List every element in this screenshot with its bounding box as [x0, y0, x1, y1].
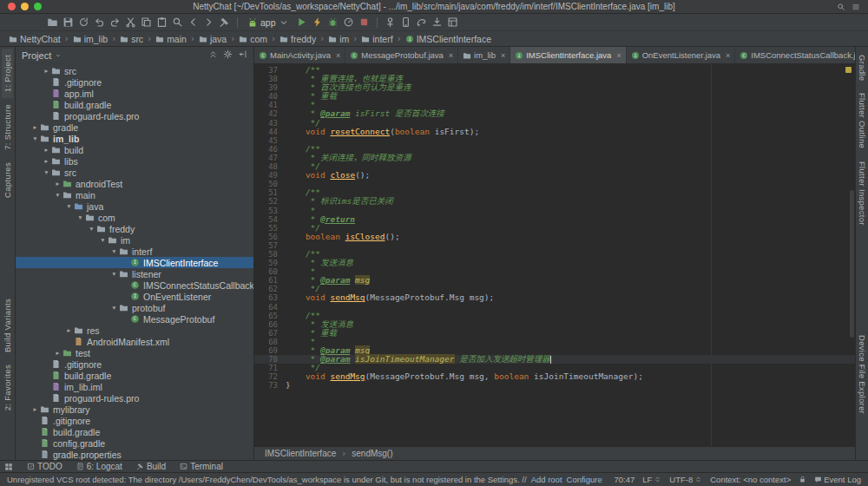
line-number[interactable]: 62 [254, 285, 286, 293]
project-view-selector[interactable]: Project [22, 50, 62, 61]
collapse-arrow-icon[interactable]: ▾ [109, 270, 119, 278]
redo-button[interactable] [108, 15, 122, 30]
tool-tab-terminal[interactable]: Terminal [173, 461, 230, 472]
gear-button[interactable] [223, 49, 233, 61]
tree-item-gradle[interactable]: ▸gradle [16, 122, 253, 133]
tree-item-config-gradle[interactable]: config.gradle [16, 437, 253, 449]
tool-tab-todo[interactable]: TODO [20, 461, 69, 472]
collapse-arrow-icon[interactable]: ▾ [53, 191, 62, 199]
line-number[interactable]: 67 [254, 329, 286, 338]
expand-arrow-icon[interactable]: ▸ [42, 157, 51, 165]
collapse-all-button[interactable] [208, 49, 218, 61]
line-number[interactable]: 69 [254, 346, 286, 355]
line-number[interactable]: 46 [254, 145, 286, 154]
line-number[interactable]: 68 [254, 338, 286, 346]
line-number[interactable]: 44 [254, 128, 286, 136]
tree-item-build[interactable]: ▸build [16, 144, 253, 155]
hide-button[interactable] [238, 49, 247, 61]
collapse-arrow-icon[interactable]: ▾ [76, 213, 85, 221]
tree-item-test[interactable]: ▸test [16, 347, 253, 358]
tree-item-androidtest[interactable]: ▸androidTest [16, 178, 253, 189]
line-number[interactable]: 48 [254, 162, 286, 171]
line-number[interactable]: 52 [254, 197, 286, 206]
editor-tab-oneventlistener-java[interactable]: IOnEventListener.java× [627, 47, 736, 63]
line-number[interactable]: 39 [254, 83, 286, 92]
tree-item-protobuf[interactable]: ▾protobuf [16, 302, 253, 313]
breadcrumb-freddy[interactable]: freddy [278, 34, 318, 44]
breadcrumb-nettychat[interactable]: NettyChat [7, 34, 62, 44]
tree-item-imsconnectstatuscallback[interactable]: CIMSConnectStatusCallback [16, 279, 253, 291]
open-button[interactable] [45, 15, 60, 30]
close-tab-icon[interactable]: × [336, 51, 340, 60]
expand-arrow-icon[interactable]: ▸ [30, 123, 40, 131]
line-number[interactable]: 45 [254, 136, 286, 145]
collapse-arrow-icon[interactable]: ▾ [109, 247, 119, 255]
line-number[interactable]: 43 [254, 119, 286, 128]
line-number[interactable]: 71 [254, 364, 286, 372]
line-number[interactable]: 37 [254, 66, 286, 75]
stop-button[interactable] [357, 15, 372, 30]
expand-arrow-icon[interactable]: ▸ [30, 405, 40, 413]
tree-item-build-gradle[interactable]: build.gradle [16, 99, 253, 110]
undo-button[interactable] [92, 15, 107, 30]
tree-item-main[interactable]: ▾main [16, 189, 253, 200]
toolwindow-switcher-icon[interactable] [4, 463, 13, 471]
line-number[interactable]: 58 [254, 250, 286, 259]
line-number[interactable]: 70 [254, 355, 286, 364]
avd-manager-button[interactable] [398, 15, 413, 30]
breadcrumb-main[interactable]: main [154, 34, 188, 44]
tree-item-gradle-properties[interactable]: gradle.properties [16, 449, 253, 460]
line-number[interactable]: 72 [254, 372, 286, 381]
close-tab-icon[interactable]: × [616, 51, 621, 60]
close-tab-icon[interactable]: × [726, 51, 730, 60]
encoding-widget[interactable]: UTF-8 [669, 475, 702, 484]
save-button[interactable] [61, 15, 76, 30]
tool-tab-captures[interactable]: Captures [2, 156, 13, 204]
copy-button[interactable] [139, 15, 154, 30]
tool-tab-build-variants[interactable]: Build Variants [2, 292, 13, 358]
line-number[interactable]: 42 [254, 109, 286, 118]
tree-item-gitignore[interactable]: .gitignore [16, 358, 253, 370]
tool-tab-flutter-outline[interactable]: Flutter Outline [857, 87, 868, 154]
code-text[interactable]: void resetConnect(boolean isFirst); [286, 128, 479, 136]
breadcrumb-im[interactable]: im [326, 34, 351, 44]
line-number[interactable]: 64 [254, 303, 286, 312]
line-number[interactable]: 66 [254, 320, 286, 329]
tree-item-freddy[interactable]: ▾freddy [16, 223, 253, 234]
sync-button[interactable] [76, 15, 91, 30]
line-number[interactable]: 73 [254, 381, 286, 390]
status-link-add-root[interactable]: Add root [531, 475, 562, 484]
breadcrumb-java[interactable]: java [197, 34, 228, 44]
collapse-arrow-icon[interactable]: ▾ [42, 168, 51, 176]
editor-tab-imsconnectstatuscallback-java[interactable]: CIMSConnectStatusCallback.java× [735, 47, 855, 63]
editor-tab-messageprotobuf-java[interactable]: CMessageProtobuf.java× [345, 47, 458, 63]
tree-item-oneventlistener[interactable]: IOnEventListener [16, 291, 253, 302]
find-button[interactable] [170, 15, 185, 30]
tree-item-gitignore[interactable]: .gitignore [16, 415, 253, 426]
status-link-configure[interactable]: Configure [567, 475, 602, 484]
line-number[interactable]: 56 [254, 233, 286, 241]
expand-arrow-icon[interactable]: ▸ [53, 349, 62, 357]
breadcrumb-sendmsg[interactable]: sendMsg() [352, 449, 392, 458]
tool-tab-2-favorites[interactable]: 2: Favorites [2, 358, 13, 417]
tree-item-gitignore[interactable]: .gitignore [16, 76, 253, 88]
collapse-arrow-icon[interactable]: ▾ [87, 225, 96, 233]
tool-tab-device-file-explorer[interactable]: Device File Explorer [857, 329, 868, 420]
tree-item-imsclientinterface[interactable]: IIMSClientInterface [16, 257, 253, 268]
code-text[interactable]: void sendMsg(MessageProtobuf.Msg msg); [286, 293, 494, 302]
tree-item-im-lib[interactable]: ▾im_lib [16, 133, 253, 144]
search-icon[interactable] [837, 3, 845, 11]
line-number[interactable]: 40 [254, 92, 286, 101]
tree-item-androidmanifest-xml[interactable]: AndroidManifest.xml [16, 336, 253, 347]
tree-item-messageprotobuf[interactable]: CMessageProtobuf [16, 313, 253, 325]
line-number[interactable]: 59 [254, 259, 286, 267]
breadcrumb-im-lib[interactable]: im_lib [71, 34, 109, 44]
tree-item-proguard-rules-pro[interactable]: proguard-rules.pro [16, 392, 253, 404]
tool-tab-flutter-inspector[interactable]: Flutter Inspector [857, 155, 868, 232]
editor-scrollbar[interactable] [850, 190, 854, 338]
line-number[interactable]: 60 [254, 267, 286, 276]
run-config-selector[interactable]: app [243, 15, 293, 30]
line-number[interactable]: 61 [254, 276, 286, 285]
tree-item-listener[interactable]: ▾listener [16, 268, 253, 279]
line-number[interactable]: 41 [254, 101, 286, 109]
